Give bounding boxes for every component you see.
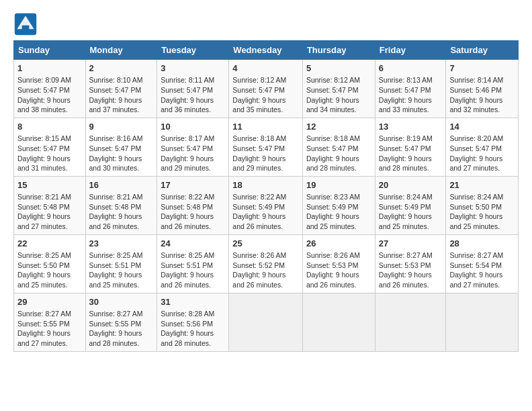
- day-number: 5: [306, 62, 371, 75]
- week-row-1: 1Sunrise: 8:09 AMSunset: 5:47 PMDaylight…: [14, 60, 519, 118]
- day-number: 24: [161, 238, 225, 250]
- calendar-cell: 29Sunrise: 8:27 AMSunset: 5:55 PMDayligh…: [14, 293, 86, 351]
- calendar-cell: 19Sunrise: 8:23 AMSunset: 5:49 PMDayligh…: [302, 176, 375, 234]
- day-number: 4: [232, 62, 299, 75]
- calendar-cell: 23Sunrise: 8:25 AMSunset: 5:51 PMDayligh…: [85, 234, 157, 293]
- page-container: SundayMondayTuesdayWednesdayThursdayFrid…: [0, 0, 532, 359]
- calendar-cell: [446, 293, 519, 351]
- day-number: 31: [161, 296, 225, 308]
- day-number: 2: [89, 62, 154, 75]
- day-number: 26: [306, 238, 371, 250]
- day-number: 21: [449, 179, 515, 191]
- week-row-5: 29Sunrise: 8:27 AMSunset: 5:55 PMDayligh…: [14, 293, 519, 351]
- svg-rect-2: [22, 26, 30, 34]
- day-number: 7: [449, 62, 515, 75]
- col-header-tuesday: Tuesday: [157, 41, 229, 60]
- cell-info: Sunrise: 8:25 AMSunset: 5:50 PMDaylight:…: [17, 250, 82, 290]
- cell-info: Sunrise: 8:11 AMSunset: 5:47 PMDaylight:…: [161, 75, 225, 115]
- cell-info: Sunrise: 8:25 AMSunset: 5:51 PMDaylight:…: [89, 250, 154, 290]
- calendar-cell: 3Sunrise: 8:11 AMSunset: 5:47 PMDaylight…: [157, 60, 229, 118]
- cell-info: Sunrise: 8:13 AMSunset: 5:47 PMDaylight:…: [379, 75, 443, 115]
- day-number: 13: [379, 121, 443, 133]
- calendar-cell: 1Sunrise: 8:09 AMSunset: 5:47 PMDaylight…: [14, 60, 86, 118]
- header-row: SundayMondayTuesdayWednesdayThursdayFrid…: [14, 41, 519, 60]
- day-number: 27: [379, 238, 443, 250]
- logo-icon: [13, 12, 38, 36]
- cell-info: Sunrise: 8:26 AMSunset: 5:53 PMDaylight:…: [306, 250, 371, 290]
- calendar-cell: 14Sunrise: 8:20 AMSunset: 5:47 PMDayligh…: [446, 118, 519, 176]
- calendar-cell: 15Sunrise: 8:21 AMSunset: 5:48 PMDayligh…: [14, 176, 86, 234]
- cell-info: Sunrise: 8:22 AMSunset: 5:48 PMDaylight:…: [161, 192, 225, 232]
- calendar-cell: 31Sunrise: 8:28 AMSunset: 5:56 PMDayligh…: [157, 293, 229, 351]
- calendar-cell: 12Sunrise: 8:18 AMSunset: 5:47 PMDayligh…: [302, 118, 375, 176]
- calendar-cell: 24Sunrise: 8:25 AMSunset: 5:51 PMDayligh…: [157, 234, 229, 293]
- calendar-cell: 17Sunrise: 8:22 AMSunset: 5:48 PMDayligh…: [157, 176, 229, 234]
- calendar-cell: [375, 293, 446, 351]
- header: [13, 12, 519, 36]
- calendar-cell: 21Sunrise: 8:24 AMSunset: 5:50 PMDayligh…: [446, 176, 519, 234]
- day-number: 10: [161, 121, 225, 133]
- day-number: 9: [89, 121, 154, 133]
- col-header-wednesday: Wednesday: [229, 41, 303, 60]
- day-number: 1: [17, 62, 82, 75]
- calendar-cell: 4Sunrise: 8:12 AMSunset: 5:47 PMDaylight…: [229, 60, 303, 118]
- week-row-4: 22Sunrise: 8:25 AMSunset: 5:50 PMDayligh…: [14, 234, 519, 293]
- col-header-saturday: Saturday: [446, 41, 519, 60]
- day-number: 25: [232, 238, 299, 250]
- cell-info: Sunrise: 8:27 AMSunset: 5:54 PMDaylight:…: [449, 250, 515, 290]
- cell-info: Sunrise: 8:18 AMSunset: 5:47 PMDaylight:…: [232, 134, 299, 173]
- cell-info: Sunrise: 8:25 AMSunset: 5:51 PMDaylight:…: [161, 250, 225, 290]
- day-number: 8: [17, 121, 82, 133]
- week-row-3: 15Sunrise: 8:21 AMSunset: 5:48 PMDayligh…: [14, 176, 519, 234]
- day-number: 22: [17, 238, 82, 250]
- calendar-cell: 20Sunrise: 8:24 AMSunset: 5:49 PMDayligh…: [375, 176, 446, 234]
- cell-info: Sunrise: 8:27 AMSunset: 5:53 PMDaylight:…: [379, 250, 443, 290]
- col-header-thursday: Thursday: [302, 41, 375, 60]
- calendar-cell: 30Sunrise: 8:27 AMSunset: 5:55 PMDayligh…: [85, 293, 157, 351]
- cell-info: Sunrise: 8:24 AMSunset: 5:49 PMDaylight:…: [379, 192, 443, 232]
- day-number: 28: [449, 238, 515, 250]
- cell-info: Sunrise: 8:18 AMSunset: 5:47 PMDaylight:…: [306, 134, 371, 173]
- cell-info: Sunrise: 8:24 AMSunset: 5:50 PMDaylight:…: [449, 192, 515, 232]
- day-number: 19: [306, 179, 371, 191]
- calendar-cell: 2Sunrise: 8:10 AMSunset: 5:47 PMDaylight…: [85, 60, 157, 118]
- cell-info: Sunrise: 8:14 AMSunset: 5:46 PMDaylight:…: [449, 75, 515, 115]
- cell-info: Sunrise: 8:15 AMSunset: 5:47 PMDaylight:…: [17, 134, 82, 173]
- cell-info: Sunrise: 8:12 AMSunset: 5:47 PMDaylight:…: [306, 75, 371, 115]
- day-number: 20: [379, 179, 443, 191]
- day-number: 17: [161, 179, 225, 191]
- col-header-monday: Monday: [85, 41, 157, 60]
- day-number: 30: [89, 296, 154, 308]
- day-number: 6: [379, 62, 443, 75]
- calendar-cell: 16Sunrise: 8:21 AMSunset: 5:48 PMDayligh…: [85, 176, 157, 234]
- cell-info: Sunrise: 8:09 AMSunset: 5:47 PMDaylight:…: [17, 75, 82, 115]
- calendar-cell: 6Sunrise: 8:13 AMSunset: 5:47 PMDaylight…: [375, 60, 446, 118]
- calendar-cell: 18Sunrise: 8:22 AMSunset: 5:49 PMDayligh…: [229, 176, 303, 234]
- cell-info: Sunrise: 8:21 AMSunset: 5:48 PMDaylight:…: [89, 192, 154, 232]
- day-number: 11: [232, 121, 299, 133]
- cell-info: Sunrise: 8:22 AMSunset: 5:49 PMDaylight:…: [232, 192, 299, 232]
- logo: [13, 12, 42, 36]
- cell-info: Sunrise: 8:10 AMSunset: 5:47 PMDaylight:…: [89, 75, 154, 115]
- cell-info: Sunrise: 8:26 AMSunset: 5:52 PMDaylight:…: [232, 250, 299, 290]
- cell-info: Sunrise: 8:16 AMSunset: 5:47 PMDaylight:…: [89, 134, 154, 173]
- calendar-cell: 10Sunrise: 8:17 AMSunset: 5:47 PMDayligh…: [157, 118, 229, 176]
- calendar-cell: 11Sunrise: 8:18 AMSunset: 5:47 PMDayligh…: [229, 118, 303, 176]
- calendar-cell: 26Sunrise: 8:26 AMSunset: 5:53 PMDayligh…: [302, 234, 375, 293]
- day-number: 16: [89, 179, 154, 191]
- calendar-cell: 13Sunrise: 8:19 AMSunset: 5:47 PMDayligh…: [375, 118, 446, 176]
- calendar-cell: 28Sunrise: 8:27 AMSunset: 5:54 PMDayligh…: [446, 234, 519, 293]
- cell-info: Sunrise: 8:21 AMSunset: 5:48 PMDaylight:…: [17, 192, 82, 232]
- cell-info: Sunrise: 8:28 AMSunset: 5:56 PMDaylight:…: [161, 309, 225, 349]
- calendar-cell: 25Sunrise: 8:26 AMSunset: 5:52 PMDayligh…: [229, 234, 303, 293]
- calendar-cell: [302, 293, 375, 351]
- cell-info: Sunrise: 8:27 AMSunset: 5:55 PMDaylight:…: [17, 309, 82, 349]
- cell-info: Sunrise: 8:12 AMSunset: 5:47 PMDaylight:…: [232, 75, 299, 115]
- calendar-cell: [229, 293, 303, 351]
- cell-info: Sunrise: 8:19 AMSunset: 5:47 PMDaylight:…: [379, 134, 443, 173]
- col-header-friday: Friday: [375, 41, 446, 60]
- day-number: 12: [306, 121, 371, 133]
- day-number: 15: [17, 179, 82, 191]
- cell-info: Sunrise: 8:20 AMSunset: 5:47 PMDaylight:…: [449, 134, 515, 173]
- calendar-cell: 5Sunrise: 8:12 AMSunset: 5:47 PMDaylight…: [302, 60, 375, 118]
